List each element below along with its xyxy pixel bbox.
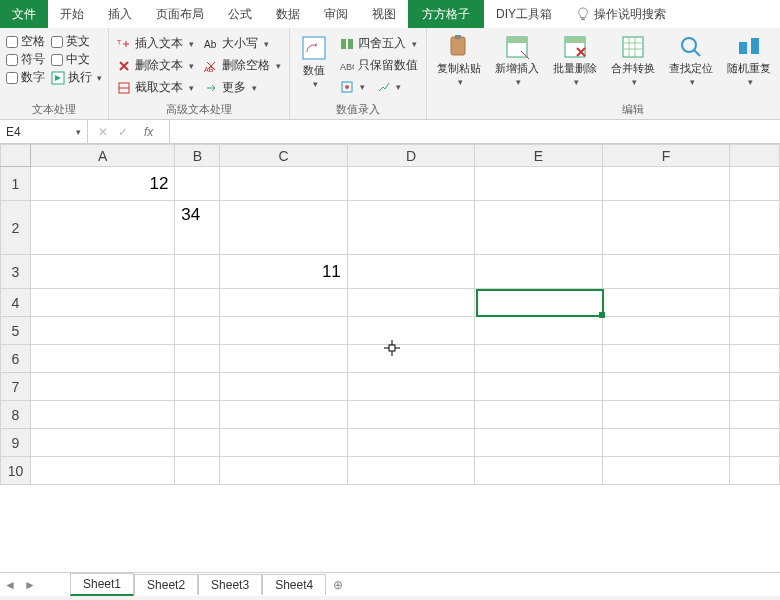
row-6[interactable]: 6 xyxy=(1,345,31,373)
btn-num[interactable]: 数值▾ xyxy=(296,32,332,100)
cancel-icon[interactable]: ✕ xyxy=(98,125,108,139)
select-all-corner[interactable] xyxy=(1,145,31,167)
svg-rect-6 xyxy=(303,37,325,59)
group-title-num: 数值录入 xyxy=(296,100,420,117)
chk-en[interactable]: 英文 xyxy=(51,34,102,49)
formula-bar: E4▾ ✕ ✓ fx xyxy=(0,120,780,144)
keepnum-icon: ABC xyxy=(340,59,354,73)
row-10[interactable]: 10 xyxy=(1,457,31,485)
tab-home[interactable]: 开始 xyxy=(48,0,96,28)
col-B[interactable]: B xyxy=(175,145,220,167)
add-sheet-button[interactable]: ⊕ xyxy=(326,578,350,592)
chk-space[interactable]: 空格 xyxy=(6,34,45,49)
chk-symbol[interactable]: 符号 xyxy=(6,52,45,67)
btn-copypaste[interactable]: 复制粘贴▾ xyxy=(433,32,485,100)
svg-rect-0 xyxy=(581,18,585,20)
svg-rect-20 xyxy=(739,42,747,54)
btn-extract-text[interactable]: 截取文本▾ xyxy=(115,78,196,97)
sheet-tab-4[interactable]: Sheet4 xyxy=(262,574,326,595)
more-icon xyxy=(204,81,218,95)
row-5[interactable]: 5 xyxy=(1,317,31,345)
btn-delete-space[interactable]: AB删除空格▾ xyxy=(202,56,283,75)
tab-help[interactable]: 操作说明搜索 xyxy=(564,0,678,28)
row-9[interactable]: 9 xyxy=(1,429,31,457)
menu-tabs: 文件 开始 插入 页面布局 公式 数据 审阅 视图 方方格子 DIY工具箱 操作… xyxy=(0,0,780,28)
group-title-advtext: 高级文本处理 xyxy=(115,100,283,117)
merge-icon xyxy=(620,34,646,60)
copypaste-icon xyxy=(446,34,472,60)
formula-input[interactable] xyxy=(170,121,780,143)
name-box[interactable]: E4▾ xyxy=(0,120,88,144)
svg-point-11 xyxy=(345,85,349,89)
sheet-tab-3[interactable]: Sheet3 xyxy=(198,574,262,595)
tab-formula[interactable]: 公式 xyxy=(216,0,264,28)
group-edit: 复制粘贴▾ 新增插入▾ 批量删除▾ 合并转换▾ 查找定位▾ 随机重复▾ AZ高级… xyxy=(427,28,780,119)
row-3[interactable]: 3 xyxy=(1,255,31,289)
group-adv-text: ᵀ插入文本▾ 删除文本▾ 截取文本▾ Ab大小写▾ AB删除空格▾ 更多▾ 高级… xyxy=(109,28,290,119)
tab-layout[interactable]: 页面布局 xyxy=(144,0,216,28)
row-2[interactable]: 2 xyxy=(1,201,31,255)
insert-text-icon: ᵀ xyxy=(117,37,131,51)
bulb-icon xyxy=(576,7,590,21)
group-num-entry: 数值▾ 四舍五入▾ ABC只保留数值 ▾ ▾ 数值录入 xyxy=(290,28,427,119)
svg-text:ᵀ: ᵀ xyxy=(117,38,122,50)
row-7[interactable]: 7 xyxy=(1,373,31,401)
col-F[interactable]: F xyxy=(602,145,729,167)
tab-fangfang[interactable]: 方方格子 xyxy=(408,0,484,28)
tab-file[interactable]: 文件 xyxy=(0,0,48,28)
cell-E4[interactable] xyxy=(475,289,602,317)
btn-newinsert[interactable]: 新增插入▾ xyxy=(491,32,543,100)
tab-diy[interactable]: DIY工具箱 xyxy=(484,0,564,28)
svg-text:Ab: Ab xyxy=(204,39,217,50)
exec-icon xyxy=(51,71,65,85)
col-A[interactable]: A xyxy=(30,145,174,167)
row-8[interactable]: 8 xyxy=(1,401,31,429)
tab-view[interactable]: 视图 xyxy=(360,0,408,28)
col-C[interactable]: C xyxy=(220,145,348,167)
svg-rect-13 xyxy=(455,35,461,39)
row-1[interactable]: 1 xyxy=(1,167,31,201)
confirm-icon[interactable]: ✓ xyxy=(118,125,128,139)
btn-merge[interactable]: 合并转换▾ xyxy=(607,32,659,100)
tab-review[interactable]: 审阅 xyxy=(312,0,360,28)
btn-round[interactable]: 四舍五入▾ xyxy=(338,34,420,53)
row-4[interactable]: 4 xyxy=(1,289,31,317)
tab-insert[interactable]: 插入 xyxy=(96,0,144,28)
sheet-tab-1[interactable]: Sheet1 xyxy=(70,573,134,596)
btn-case[interactable]: Ab大小写▾ xyxy=(202,34,283,53)
btn-rand[interactable]: 随机重复▾ xyxy=(723,32,775,100)
btn-exec[interactable]: 执行▾ xyxy=(51,70,102,85)
group-text-processing: 空格 符号 数字 英文 中文 执行▾ 文本处理 xyxy=(0,28,109,119)
svg-text:AB: AB xyxy=(204,66,214,73)
btn-keepnum[interactable]: ABC只保留数值 xyxy=(338,56,420,75)
svg-rect-18 xyxy=(623,37,643,57)
fx-icon[interactable]: fx xyxy=(138,125,159,139)
extract-text-icon xyxy=(117,81,131,95)
col-next[interactable] xyxy=(730,145,780,167)
tab-data[interactable]: 数据 xyxy=(264,0,312,28)
sheet-nav-prev[interactable]: ◄ xyxy=(0,578,20,592)
svg-rect-7 xyxy=(341,39,346,49)
btn-delete-text[interactable]: 删除文本▾ xyxy=(115,56,196,75)
col-D[interactable]: D xyxy=(347,145,474,167)
btn-batchdel[interactable]: 批量删除▾ xyxy=(549,32,601,100)
sheet-tab-2[interactable]: Sheet2 xyxy=(134,574,198,595)
sheet-nav-next[interactable]: ► xyxy=(20,578,40,592)
svg-rect-12 xyxy=(451,37,465,55)
numtools-icon xyxy=(340,80,354,94)
btn-numtools[interactable]: ▾ ▾ xyxy=(338,78,420,96)
chk-number[interactable]: 数字 xyxy=(6,70,45,85)
btn-more[interactable]: 更多▾ xyxy=(202,78,283,97)
btn-find[interactable]: 查找定位▾ xyxy=(665,32,717,100)
delete-text-icon xyxy=(117,59,131,73)
cell-B2[interactable]: 34 xyxy=(175,201,220,255)
col-E[interactable]: E xyxy=(475,145,602,167)
btn-insert-text[interactable]: ᵀ插入文本▾ xyxy=(115,34,196,53)
cell-C3[interactable]: 11 xyxy=(220,255,348,289)
cell-A1[interactable]: 12 xyxy=(30,167,174,201)
group-title-text: 文本处理 xyxy=(6,100,102,117)
worksheet-grid[interactable]: A B C D E F 112 234 311 4 5 6 7 8 9 10 xyxy=(0,144,780,552)
find-icon xyxy=(678,34,704,60)
chk-cn[interactable]: 中文 xyxy=(51,52,102,67)
ribbon: 空格 符号 数字 英文 中文 执行▾ 文本处理 ᵀ插入文本▾ 删除文本▾ 截取文… xyxy=(0,28,780,120)
